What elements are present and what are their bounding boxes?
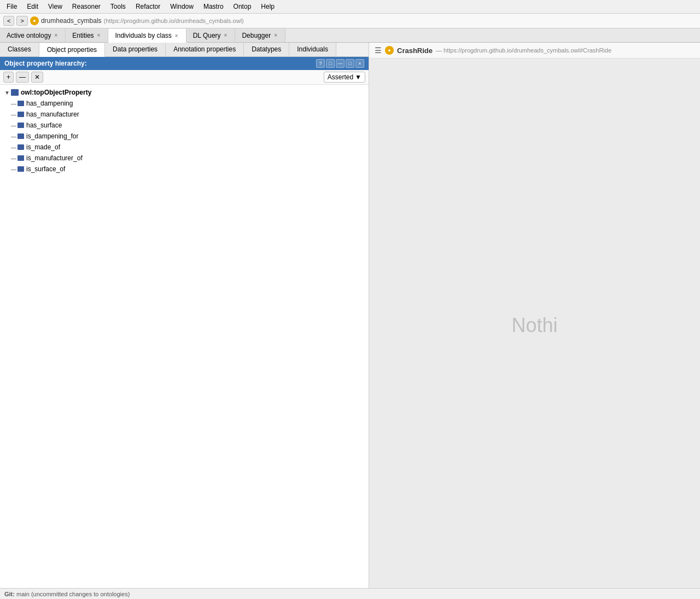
header-icon-help[interactable]: ? (316, 59, 325, 68)
tree-area[interactable]: ▼ owl:topObjectProperty — has_dampening (0, 85, 369, 592)
right-panel: ☰ ● CrashRide — https://progdrum.github.… (369, 43, 700, 592)
tree-arrow-is-manufacturer-of: — (11, 155, 18, 161)
tree-label-has-dampening: has_dampening (26, 100, 73, 107)
tab-close-entities[interactable]: × (96, 32, 102, 38)
tree-icon-is-made-of (18, 144, 24, 150)
owl-icon: ● (30, 16, 39, 25)
tree-icon-root (11, 89, 19, 96)
back-button[interactable]: < (3, 16, 14, 26)
forward-button[interactable]: > (16, 16, 27, 26)
menu-view[interactable]: View (44, 1, 67, 12)
nothing-text: Nothi (511, 314, 557, 337)
asserted-dropdown[interactable]: Asserted ▼ (324, 72, 365, 83)
subtab-datatypes[interactable]: Datatypes (244, 43, 289, 56)
statusbar: Git: main (uncommitted changes to ontolo… (0, 588, 700, 592)
entity-name[interactable]: CrashRide (397, 46, 433, 55)
tree-label-root: owl:topObjectProperty (21, 89, 91, 96)
tree-label-has-manufacturer: has_manufacturer (26, 111, 79, 118)
minus-icon: — (19, 73, 26, 81)
right-content: Nothi (369, 59, 700, 592)
right-owl-icon: ● (385, 46, 394, 55)
right-header: ☰ ● CrashRide — https://progdrum.github.… (369, 43, 700, 59)
tab-close-dl-query[interactable]: × (223, 32, 229, 38)
tree-item-has-surface[interactable]: — has_surface (0, 120, 369, 131)
subtab-annotation-properties[interactable]: Annotation properties (166, 43, 244, 56)
tree-item-has-dampening[interactable]: — has_dampening (0, 98, 369, 109)
menu-reasoner[interactable]: Reasoner (68, 1, 105, 12)
tab-close-debugger[interactable]: × (273, 32, 278, 38)
tree-label-is-dampening-for: is_dampening_for (26, 132, 78, 140)
tab-debugger[interactable]: Debugger × (235, 28, 285, 42)
tabbar: Active ontology × Entities × Individuals… (0, 28, 700, 43)
tree-arrow-is-dampening-for: — (11, 133, 18, 139)
subtab-classes[interactable]: Classes (0, 43, 39, 56)
subtab-individuals[interactable]: Individuals (289, 43, 336, 56)
header-icon-close[interactable]: × (355, 59, 364, 68)
tree-arrow-is-surface-of: — (11, 166, 18, 172)
tree-icon-has-dampening (18, 101, 24, 106)
main-content: Classes Object properties Data propertie… (0, 43, 700, 592)
tree-icon-is-surface-of (18, 166, 24, 172)
tab-entities[interactable]: Entities × (66, 28, 108, 42)
tab-dl-query[interactable]: DL Query × (186, 28, 236, 42)
menu-refactor[interactable]: Refactor (131, 1, 165, 12)
subtab-data-properties[interactable]: Data properties (105, 43, 166, 56)
header-icon-sync[interactable]: □ (326, 59, 335, 68)
git-label: Git: (4, 591, 15, 593)
menu-mastro[interactable]: Mastro (199, 1, 228, 12)
tree-label-is-surface-of: is_surface_of (26, 165, 65, 173)
subtab-object-properties[interactable]: Object properties (39, 43, 105, 57)
addressbar: < > ● drumheads_cymbals (https://progdru… (0, 14, 700, 28)
tree-icon-is-dampening-for (18, 133, 24, 139)
menu-file[interactable]: File (2, 1, 21, 12)
menu-help[interactable]: Help (256, 1, 279, 12)
menu-edit[interactable]: Edit (22, 1, 43, 12)
git-status: (uncommitted changes to ontologies) (31, 591, 130, 593)
left-panel: Classes Object properties Data propertie… (0, 43, 369, 592)
tree-label-is-made-of: is_made_of (26, 143, 60, 151)
toolbar-left: + — ✕ (3, 72, 43, 83)
menubar: File Edit View Reasoner Tools Refactor W… (0, 0, 700, 14)
tree-label-has-surface: has_surface (26, 121, 62, 129)
remove-property-button[interactable]: — (16, 72, 29, 83)
tab-individuals-by-class[interactable]: Individuals by class × (108, 29, 186, 43)
tree-arrow-has-surface: — (11, 123, 18, 129)
delete-property-button[interactable]: ✕ (31, 72, 43, 83)
tree-arrow-has-dampening: — (11, 101, 18, 107)
subtabbar: Classes Object properties Data propertie… (0, 43, 369, 57)
tree-item-has-manufacturer[interactable]: — has_manufacturer (0, 109, 369, 120)
tree-item-is-surface-of[interactable]: — is_surface_of (0, 164, 369, 175)
hierarchy-title: Object property hierarchy: (4, 60, 87, 67)
menu-window[interactable]: Window (166, 1, 198, 12)
tree-arrow-root[interactable]: ▼ (4, 90, 11, 96)
add-icon: + (7, 73, 10, 81)
tree-arrow-has-manufacturer: — (11, 112, 18, 118)
tree-label-is-manufacturer-of: is_manufacturer_of (26, 154, 83, 162)
delete-icon: ✕ (34, 73, 40, 81)
header-icon-expand[interactable]: □ (346, 59, 354, 68)
tree-item-is-dampening-for[interactable]: — is_dampening_for (0, 131, 369, 142)
add-property-button[interactable]: + (3, 72, 14, 83)
header-icon-minimize[interactable]: — (336, 59, 345, 68)
tree-icon-has-manufacturer (18, 112, 24, 117)
tree-icon-is-manufacturer-of (18, 155, 24, 161)
menu-ontop[interactable]: Ontop (229, 1, 256, 12)
menu-tools[interactable]: Tools (106, 1, 130, 12)
header-icons: ? □ — □ × (316, 59, 364, 68)
tab-close-active-ontology[interactable]: × (53, 32, 59, 38)
hierarchy-header: Object property hierarchy: ? □ — □ × (0, 57, 369, 70)
ontology-url: (https://progdrum.github.io/drumheads_cy… (104, 18, 244, 24)
tab-close-individuals-by-class[interactable]: × (174, 33, 179, 39)
tree-item-is-manufacturer-of[interactable]: — is_manufacturer_of (0, 153, 369, 164)
entity-url: — https://progdrum.github.io/drumheads_c… (436, 47, 611, 54)
tab-active-ontology[interactable]: Active ontology × (0, 28, 66, 42)
chevron-down-icon: ▼ (355, 73, 361, 81)
tree-item-root[interactable]: ▼ owl:topObjectProperty (0, 87, 369, 98)
tree-arrow-is-made-of: — (11, 144, 18, 150)
tree-icon-has-surface (18, 123, 24, 128)
right-menu-icon[interactable]: ☰ (375, 46, 382, 55)
tree-item-is-made-of[interactable]: — is_made_of (0, 142, 369, 153)
hierarchy-toolbar: + — ✕ Asserted ▼ (0, 70, 369, 85)
git-branch: main (16, 591, 30, 593)
ontology-name: drumheads_cymbals (41, 17, 102, 25)
